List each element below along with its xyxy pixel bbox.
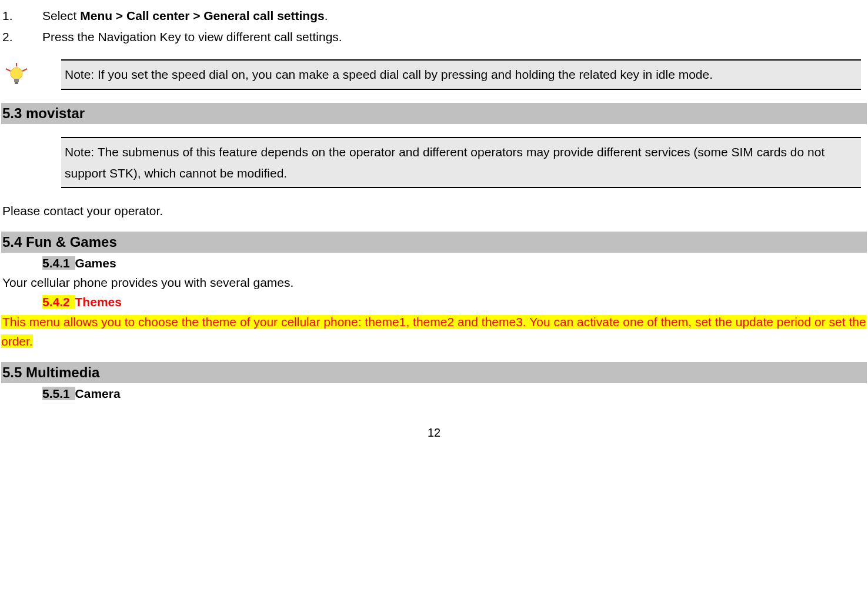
note-icon-cell	[2, 59, 61, 88]
step-body: Press the Navigation Key to view differe…	[42, 27, 867, 47]
para-5-4-2-wrap: This menu allows you to choose the theme…	[1, 312, 867, 351]
subheading-5-5-1: 5.5.1 Camera	[42, 384, 867, 404]
lightbulb-icon	[4, 62, 61, 88]
step-prefix: Select	[42, 9, 80, 22]
subheading-number: 5.5.1	[42, 387, 75, 400]
page-number: 12	[1, 423, 867, 442]
heading-5-3: 5.3 movistar	[1, 103, 867, 124]
note-text: Note: The submenus of this feature depen…	[61, 137, 861, 188]
svg-line-0	[6, 69, 11, 71]
contact-operator-text: Please contact your operator.	[1, 201, 867, 221]
step-2: 2. Press the Navigation Key to view diff…	[1, 27, 867, 47]
subheading-title-red: Themes	[75, 295, 122, 309]
subheading-number-highlighted: 5.4.2	[42, 295, 75, 309]
svg-rect-5	[15, 82, 18, 84]
subheading-5-4-1: 5.4.1 Games	[42, 254, 867, 273]
subheading-title: Games	[75, 256, 116, 270]
step-suffix: .	[325, 9, 328, 22]
step-number: 2.	[1, 27, 42, 47]
para-5-4-2: This menu allows you to choose the theme…	[1, 315, 866, 349]
svg-point-3	[11, 68, 22, 79]
subheading-number: 5.4.1	[42, 256, 75, 270]
step-number: 1.	[1, 6, 42, 26]
note-text: Note: If you set the speed dial on, you …	[61, 59, 861, 90]
step-bold: Menu > Call center > General call settin…	[80, 9, 325, 22]
note-box-1: Note: If you set the speed dial on, you …	[2, 59, 867, 90]
note-box-2: Note: The submenus of this feature depen…	[2, 137, 867, 188]
para-5-4-1: Your cellular phone provides you with se…	[1, 273, 867, 293]
step-1: 1. Select Menu > Call center > General c…	[1, 6, 867, 26]
heading-5-4: 5.4 Fun & Games	[1, 232, 867, 253]
note-icon-cell-empty	[2, 137, 61, 139]
subheading-5-4-2: 5.4.2 Themes	[42, 293, 867, 312]
heading-5-5: 5.5 Multimedia	[1, 362, 867, 383]
svg-line-1	[22, 69, 27, 71]
svg-rect-4	[14, 79, 19, 82]
subheading-title: Camera	[75, 387, 121, 400]
step-body: Select Menu > Call center > General call…	[42, 6, 867, 26]
